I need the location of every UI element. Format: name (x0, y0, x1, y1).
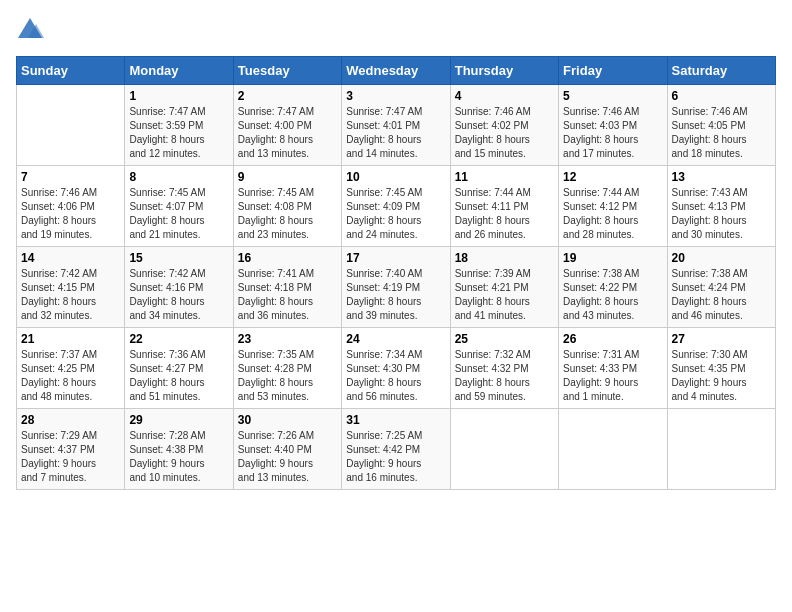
day-info: Sunrise: 7:31 AM Sunset: 4:33 PM Dayligh… (563, 348, 662, 404)
day-number: 5 (563, 89, 662, 103)
day-info: Sunrise: 7:38 AM Sunset: 4:22 PM Dayligh… (563, 267, 662, 323)
weekday-saturday: Saturday (667, 57, 775, 85)
day-info: Sunrise: 7:47 AM Sunset: 3:59 PM Dayligh… (129, 105, 228, 161)
calendar-cell (559, 409, 667, 490)
day-info: Sunrise: 7:41 AM Sunset: 4:18 PM Dayligh… (238, 267, 337, 323)
calendar-cell: 3Sunrise: 7:47 AM Sunset: 4:01 PM Daylig… (342, 85, 450, 166)
calendar-cell: 31Sunrise: 7:25 AM Sunset: 4:42 PM Dayli… (342, 409, 450, 490)
day-number: 24 (346, 332, 445, 346)
weekday-sunday: Sunday (17, 57, 125, 85)
day-info: Sunrise: 7:47 AM Sunset: 4:00 PM Dayligh… (238, 105, 337, 161)
calendar-cell: 21Sunrise: 7:37 AM Sunset: 4:25 PM Dayli… (17, 328, 125, 409)
day-number: 12 (563, 170, 662, 184)
calendar-cell: 29Sunrise: 7:28 AM Sunset: 4:38 PM Dayli… (125, 409, 233, 490)
day-info: Sunrise: 7:30 AM Sunset: 4:35 PM Dayligh… (672, 348, 771, 404)
day-number: 23 (238, 332, 337, 346)
day-info: Sunrise: 7:47 AM Sunset: 4:01 PM Dayligh… (346, 105, 445, 161)
day-info: Sunrise: 7:42 AM Sunset: 4:15 PM Dayligh… (21, 267, 120, 323)
calendar-cell: 14Sunrise: 7:42 AM Sunset: 4:15 PM Dayli… (17, 247, 125, 328)
day-number: 13 (672, 170, 771, 184)
weekday-monday: Monday (125, 57, 233, 85)
day-number: 17 (346, 251, 445, 265)
day-number: 31 (346, 413, 445, 427)
day-info: Sunrise: 7:40 AM Sunset: 4:19 PM Dayligh… (346, 267, 445, 323)
weekday-tuesday: Tuesday (233, 57, 341, 85)
calendar-week-1: 1Sunrise: 7:47 AM Sunset: 3:59 PM Daylig… (17, 85, 776, 166)
day-number: 16 (238, 251, 337, 265)
logo-icon (16, 16, 44, 44)
day-info: Sunrise: 7:29 AM Sunset: 4:37 PM Dayligh… (21, 429, 120, 485)
calendar-cell: 25Sunrise: 7:32 AM Sunset: 4:32 PM Dayli… (450, 328, 558, 409)
weekday-thursday: Thursday (450, 57, 558, 85)
calendar-cell: 26Sunrise: 7:31 AM Sunset: 4:33 PM Dayli… (559, 328, 667, 409)
day-info: Sunrise: 7:45 AM Sunset: 4:08 PM Dayligh… (238, 186, 337, 242)
day-info: Sunrise: 7:46 AM Sunset: 4:05 PM Dayligh… (672, 105, 771, 161)
day-number: 18 (455, 251, 554, 265)
calendar-cell: 20Sunrise: 7:38 AM Sunset: 4:24 PM Dayli… (667, 247, 775, 328)
calendar-week-5: 28Sunrise: 7:29 AM Sunset: 4:37 PM Dayli… (17, 409, 776, 490)
calendar-cell: 30Sunrise: 7:26 AM Sunset: 4:40 PM Dayli… (233, 409, 341, 490)
calendar-cell: 8Sunrise: 7:45 AM Sunset: 4:07 PM Daylig… (125, 166, 233, 247)
calendar-cell: 22Sunrise: 7:36 AM Sunset: 4:27 PM Dayli… (125, 328, 233, 409)
calendar-cell: 9Sunrise: 7:45 AM Sunset: 4:08 PM Daylig… (233, 166, 341, 247)
calendar-week-3: 14Sunrise: 7:42 AM Sunset: 4:15 PM Dayli… (17, 247, 776, 328)
day-number: 11 (455, 170, 554, 184)
day-number: 4 (455, 89, 554, 103)
day-info: Sunrise: 7:44 AM Sunset: 4:12 PM Dayligh… (563, 186, 662, 242)
day-number: 20 (672, 251, 771, 265)
day-number: 27 (672, 332, 771, 346)
calendar-cell: 27Sunrise: 7:30 AM Sunset: 4:35 PM Dayli… (667, 328, 775, 409)
calendar-cell: 15Sunrise: 7:42 AM Sunset: 4:16 PM Dayli… (125, 247, 233, 328)
day-info: Sunrise: 7:25 AM Sunset: 4:42 PM Dayligh… (346, 429, 445, 485)
calendar-cell: 12Sunrise: 7:44 AM Sunset: 4:12 PM Dayli… (559, 166, 667, 247)
day-number: 6 (672, 89, 771, 103)
day-number: 10 (346, 170, 445, 184)
day-number: 7 (21, 170, 120, 184)
day-info: Sunrise: 7:42 AM Sunset: 4:16 PM Dayligh… (129, 267, 228, 323)
calendar-cell: 19Sunrise: 7:38 AM Sunset: 4:22 PM Dayli… (559, 247, 667, 328)
calendar-table: SundayMondayTuesdayWednesdayThursdayFrid… (16, 56, 776, 490)
calendar-cell (17, 85, 125, 166)
day-number: 21 (21, 332, 120, 346)
calendar-cell: 6Sunrise: 7:46 AM Sunset: 4:05 PM Daylig… (667, 85, 775, 166)
day-info: Sunrise: 7:26 AM Sunset: 4:40 PM Dayligh… (238, 429, 337, 485)
day-info: Sunrise: 7:28 AM Sunset: 4:38 PM Dayligh… (129, 429, 228, 485)
day-info: Sunrise: 7:35 AM Sunset: 4:28 PM Dayligh… (238, 348, 337, 404)
day-number: 3 (346, 89, 445, 103)
calendar-cell: 13Sunrise: 7:43 AM Sunset: 4:13 PM Dayli… (667, 166, 775, 247)
day-info: Sunrise: 7:46 AM Sunset: 4:03 PM Dayligh… (563, 105, 662, 161)
calendar-body: 1Sunrise: 7:47 AM Sunset: 3:59 PM Daylig… (17, 85, 776, 490)
calendar-cell: 18Sunrise: 7:39 AM Sunset: 4:21 PM Dayli… (450, 247, 558, 328)
day-info: Sunrise: 7:45 AM Sunset: 4:09 PM Dayligh… (346, 186, 445, 242)
calendar-week-2: 7Sunrise: 7:46 AM Sunset: 4:06 PM Daylig… (17, 166, 776, 247)
logo (16, 16, 48, 44)
day-info: Sunrise: 7:36 AM Sunset: 4:27 PM Dayligh… (129, 348, 228, 404)
day-info: Sunrise: 7:45 AM Sunset: 4:07 PM Dayligh… (129, 186, 228, 242)
day-info: Sunrise: 7:43 AM Sunset: 4:13 PM Dayligh… (672, 186, 771, 242)
day-number: 22 (129, 332, 228, 346)
calendar-cell: 2Sunrise: 7:47 AM Sunset: 4:00 PM Daylig… (233, 85, 341, 166)
calendar-cell: 24Sunrise: 7:34 AM Sunset: 4:30 PM Dayli… (342, 328, 450, 409)
page-header (16, 16, 776, 44)
calendar-cell: 23Sunrise: 7:35 AM Sunset: 4:28 PM Dayli… (233, 328, 341, 409)
weekday-wednesday: Wednesday (342, 57, 450, 85)
day-info: Sunrise: 7:39 AM Sunset: 4:21 PM Dayligh… (455, 267, 554, 323)
day-number: 15 (129, 251, 228, 265)
day-number: 28 (21, 413, 120, 427)
calendar-cell: 17Sunrise: 7:40 AM Sunset: 4:19 PM Dayli… (342, 247, 450, 328)
calendar-cell: 7Sunrise: 7:46 AM Sunset: 4:06 PM Daylig… (17, 166, 125, 247)
weekday-friday: Friday (559, 57, 667, 85)
day-number: 30 (238, 413, 337, 427)
day-info: Sunrise: 7:38 AM Sunset: 4:24 PM Dayligh… (672, 267, 771, 323)
day-number: 2 (238, 89, 337, 103)
day-number: 29 (129, 413, 228, 427)
calendar-cell: 16Sunrise: 7:41 AM Sunset: 4:18 PM Dayli… (233, 247, 341, 328)
calendar-cell (450, 409, 558, 490)
day-number: 25 (455, 332, 554, 346)
weekday-header-row: SundayMondayTuesdayWednesdayThursdayFrid… (17, 57, 776, 85)
day-number: 14 (21, 251, 120, 265)
day-info: Sunrise: 7:44 AM Sunset: 4:11 PM Dayligh… (455, 186, 554, 242)
calendar-cell: 28Sunrise: 7:29 AM Sunset: 4:37 PM Dayli… (17, 409, 125, 490)
day-info: Sunrise: 7:46 AM Sunset: 4:02 PM Dayligh… (455, 105, 554, 161)
day-number: 8 (129, 170, 228, 184)
